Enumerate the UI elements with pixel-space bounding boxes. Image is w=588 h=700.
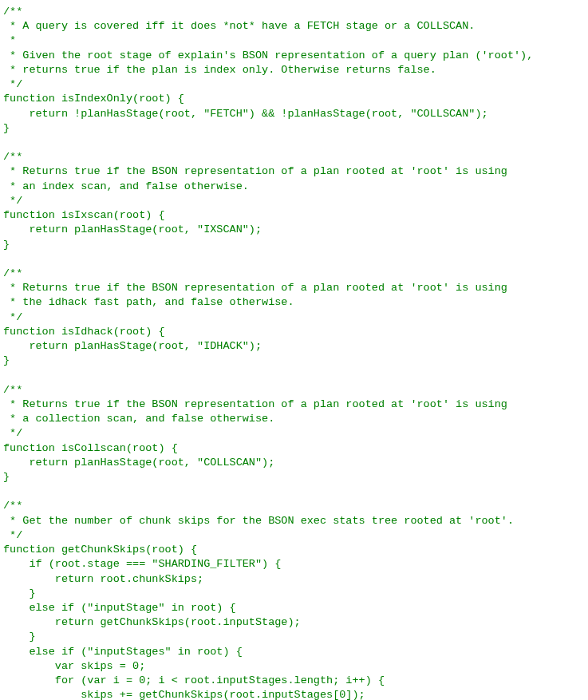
code-block: /** * A query is covered iff it does *no… xyxy=(0,0,588,700)
